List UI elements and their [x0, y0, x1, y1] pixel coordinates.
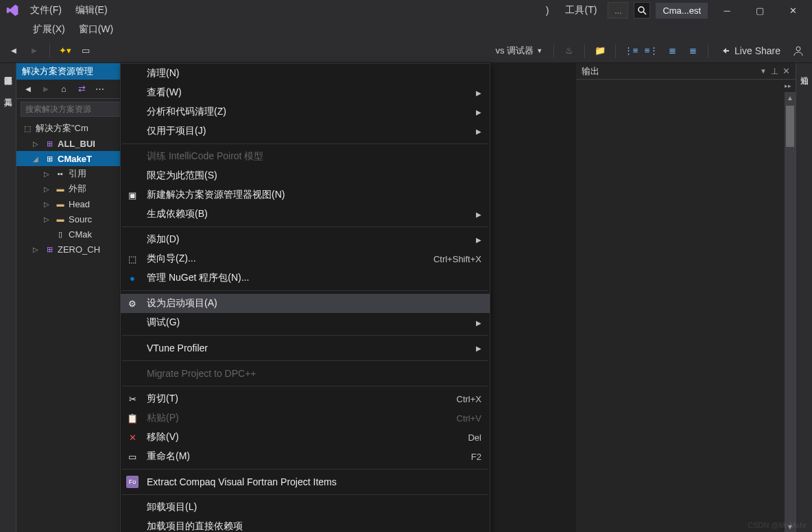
ctx-item[interactable]: ⬚类向导(Z)...Ctrl+Shift+X: [121, 249, 490, 268]
ctx-item-label: 仅用于项目(J): [147, 125, 206, 137]
explorer-home-button[interactable]: ⌂: [56, 82, 71, 97]
maximize-button[interactable]: ▢: [746, 0, 774, 21]
ctx-item-label: 移除(V): [147, 431, 179, 443]
project-icon: ⊞: [44, 153, 55, 164]
ctx-item-label: Extract Compaq Visual Fortran Project It…: [147, 476, 337, 487]
tab-toolbox[interactable]: 工具箱: [1, 88, 15, 96]
menu-file[interactable]: 文件(F): [25, 1, 67, 19]
uncomment-icon[interactable]: ≣: [684, 43, 701, 59]
expander-icon[interactable]: ▷: [33, 140, 41, 148]
scroll-up-icon[interactable]: ▲: [785, 92, 796, 103]
fortran-icon: Fo: [126, 476, 139, 488]
right-side-tabs: 通知: [796, 63, 812, 532]
ctx-item[interactable]: FoExtract Compaq Visual Fortran Project …: [121, 472, 490, 491]
body-area: 服务器资源管理器 工具箱 解决方案资源管理 ◄ ► ⌂ ⇄ ⋯ ⬚解决方案"Cm…: [0, 63, 812, 532]
live-share-button[interactable]: Live Share: [715, 45, 786, 56]
ctx-item-label: 剪切(T): [147, 393, 178, 405]
ctx-item[interactable]: 清理(N): [121, 64, 490, 83]
open-item-button[interactable]: ▭: [77, 43, 94, 59]
fire-icon[interactable]: ♨: [561, 43, 577, 59]
explorer-sync-button[interactable]: ⇄: [74, 82, 89, 97]
close-icon[interactable]: ✕: [783, 66, 790, 76]
new-item-button[interactable]: ✦▾: [57, 43, 73, 59]
tab-server-explorer[interactable]: 服务器资源管理器: [1, 66, 15, 74]
ctx-item: 📋粘贴(P)Ctrl+V: [121, 408, 490, 428]
search-ellipsis[interactable]: ...: [608, 2, 628, 19]
rename-icon: ▭: [126, 450, 139, 463]
user-icon[interactable]: [790, 43, 807, 59]
ctx-item-label: 类向导(Z)...: [147, 253, 196, 265]
ctx-item-label: 粘贴(P): [147, 412, 179, 424]
expander-icon[interactable]: ▷: [44, 216, 52, 223]
indent-icon[interactable]: ⋮≡: [623, 43, 639, 59]
scrollbar[interactable]: ▲ ▼: [785, 92, 796, 532]
ctx-item[interactable]: 加载项目的直接依赖项: [121, 517, 490, 532]
output-body: ▲ ▼: [576, 92, 796, 532]
expander-icon[interactable]: ▷: [33, 246, 41, 253]
titlebar: 文件(F) 编辑(E) ) 工具(T) ... Cma...est ─ ▢ ✕: [0, 0, 812, 21]
nav-back-button[interactable]: ◄: [5, 43, 22, 59]
explorer-back-button[interactable]: ◄: [21, 82, 36, 97]
share-icon: [721, 46, 730, 56]
expander-icon[interactable]: ▷: [44, 170, 52, 178]
submenu-arrow-icon: ▶: [476, 319, 481, 327]
scrollbar-thumb[interactable]: [786, 106, 794, 147]
ctx-item[interactable]: ▣新建解决方案资源管理器视图(N): [121, 185, 490, 205]
remove-icon: ✕: [126, 431, 139, 443]
ctx-item[interactable]: VTune Profiler▶: [121, 338, 490, 358]
folder-icon[interactable]: 📁: [592, 43, 608, 59]
project-icon: ⊞: [44, 244, 55, 255]
ctx-item[interactable]: 限定为此范围(S): [121, 166, 490, 185]
menu-tools[interactable]: 工具(T): [560, 1, 602, 19]
ctx-item[interactable]: 查看(W)▶: [121, 83, 490, 102]
ctx-item[interactable]: ▭重命名(M)F2: [121, 447, 490, 466]
ctx-item[interactable]: 仅用于项目(J)▶: [121, 122, 490, 141]
folder-icon: ▬: [55, 198, 66, 209]
output-overflow-icon[interactable]: ▸▸: [785, 82, 791, 89]
left-side-tabs: 服务器资源管理器 工具箱: [0, 63, 16, 532]
menu-window[interactable]: 窗口(W): [73, 21, 119, 38]
expander-icon[interactable]: ◢: [33, 155, 41, 163]
ctx-item[interactable]: 卸载项目(L): [121, 498, 490, 517]
nuget-icon: ●: [126, 272, 139, 284]
minimize-button[interactable]: ─: [713, 0, 741, 21]
menu-edit[interactable]: 编辑(E): [70, 1, 113, 19]
ctx-item[interactable]: 调试(G)▶: [121, 313, 490, 332]
expander-icon[interactable]: ▷: [44, 185, 52, 193]
ctx-item[interactable]: 分析和代码清理(Z)▶: [121, 102, 490, 122]
solution-icon: ⬚: [22, 123, 33, 134]
output-dropdown-icon[interactable]: ▼: [760, 67, 767, 75]
ctx-item-label: Migrate Project to DPC++: [147, 368, 256, 379]
ctx-item-label: 分析和代码清理(Z): [147, 106, 226, 118]
paste-icon: 📋: [126, 412, 139, 424]
submenu-arrow-icon: ▶: [476, 236, 481, 244]
gear-icon: ⚙: [126, 297, 139, 310]
search-button[interactable]: [634, 2, 650, 19]
main-menu-row1: 文件(F) 编辑(E): [25, 1, 113, 19]
ctx-item[interactable]: ●管理 NuGet 程序包(N)...: [121, 268, 490, 288]
ctx-item[interactable]: ⚙设为启动项目(A): [121, 294, 490, 313]
debugger-selector[interactable]: vs 调试器 ▼: [492, 45, 547, 57]
ctx-item[interactable]: ✂剪切(T)Ctrl+X: [121, 389, 490, 408]
references-icon: ▪▪: [55, 168, 66, 179]
menu-extensions[interactable]: 扩展(X): [27, 21, 71, 38]
outdent-icon[interactable]: ≡⋮: [643, 43, 660, 59]
ctx-shortcut: Ctrl+Shift+X: [433, 254, 481, 264]
tab-notifications[interactable]: 通知: [797, 66, 811, 74]
ctx-item-label: 查看(W): [147, 86, 182, 99]
ctx-item[interactable]: ✕移除(V)Del: [121, 428, 490, 447]
pin-icon[interactable]: ⊥: [771, 66, 778, 76]
expander-icon[interactable]: ▷: [44, 200, 52, 208]
search-icon: [637, 5, 647, 15]
explorer-more-button[interactable]: ⋯: [92, 82, 107, 97]
nav-forward-button[interactable]: ►: [26, 43, 43, 59]
folder-icon: ▬: [55, 183, 66, 194]
explorer-forward-button[interactable]: ►: [38, 82, 53, 97]
comment-icon[interactable]: ≣: [664, 43, 680, 59]
ctx-shortcut: Ctrl+X: [457, 394, 481, 404]
close-button[interactable]: ✕: [779, 0, 807, 21]
output-header: 输出 ▼ ⊥ ✕: [576, 63, 796, 80]
ctx-item-label: VTune Profiler: [147, 343, 208, 354]
ctx-item[interactable]: 添加(D)▶: [121, 230, 490, 249]
ctx-item[interactable]: 生成依赖项(B)▶: [121, 205, 490, 224]
